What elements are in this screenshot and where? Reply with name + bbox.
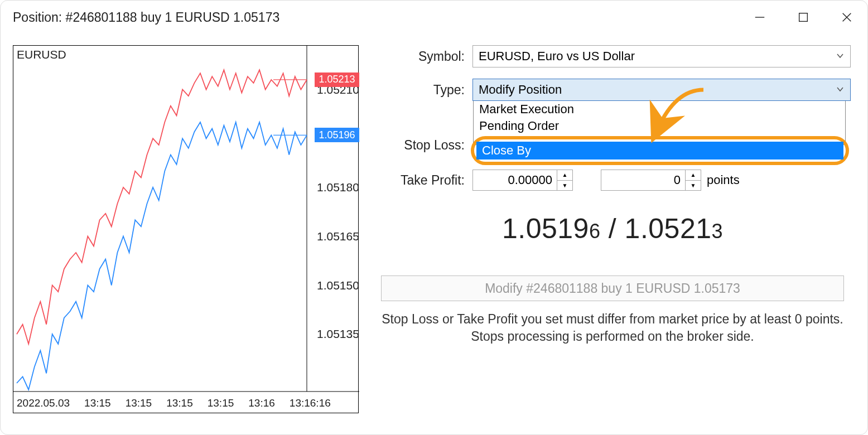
points-label: points <box>707 173 740 187</box>
y-tick-label: 1.05150 <box>317 279 359 292</box>
type-select[interactable]: Modify Position <box>472 79 851 101</box>
type-value: Modify Position <box>479 83 562 97</box>
close-button[interactable] <box>838 9 855 26</box>
window-controls <box>751 9 855 26</box>
tp-value: 0.00000 <box>508 173 552 187</box>
minimize-button[interactable] <box>751 9 768 26</box>
info-line-1: Stop Loss or Take Profit you set must di… <box>382 312 843 326</box>
symbol-value: EURUSD, Euro vs US Dollar <box>479 49 635 64</box>
maximize-icon <box>797 11 809 23</box>
stop-loss-row: Stop Loss: <box>374 138 472 153</box>
price-display: 1.05196 / 1.05213 <box>374 212 851 245</box>
price-chart: EURUSD 1.052101.051951.051801.051651.051… <box>13 45 359 413</box>
tp-spinners: ▲ ▼ <box>557 170 572 190</box>
tp-points-value: 0 <box>674 173 681 187</box>
tp-step-up[interactable]: ▲ <box>557 170 572 181</box>
take-profit-points-input[interactable]: 0 ▲ ▼ <box>601 170 701 191</box>
type-label: Type: <box>374 83 472 98</box>
stop-loss-label: Stop Loss: <box>374 138 472 153</box>
take-profit-input[interactable]: 0.00000 ▲ ▼ <box>472 170 573 191</box>
symbol-select[interactable]: EURUSD, Euro vs US Dollar <box>472 45 851 67</box>
x-tick-label: 2022.05.03 <box>17 397 70 409</box>
take-profit-row: Take Profit: 0.00000 ▲ ▼ 0 ▲ ▼ poin <box>374 170 851 191</box>
tp-step-down[interactable]: ▼ <box>557 181 572 191</box>
x-tick-label: 13:15 <box>126 397 152 409</box>
chart-canvas <box>13 46 359 414</box>
close-icon <box>841 11 853 23</box>
dropdown-option-market[interactable]: Market Execution <box>474 101 845 118</box>
tp-points-step-down[interactable]: ▼ <box>686 181 701 191</box>
bid-price-flag: 1.05196 <box>315 128 359 142</box>
tp-points-spinners: ▲ ▼ <box>685 170 701 190</box>
minimize-icon <box>754 11 766 23</box>
chevron-down-icon <box>836 49 845 64</box>
info-text: Stop Loss or Take Profit you set must di… <box>381 311 844 345</box>
order-form: Symbol: EURUSD, Euro vs US Dollar Type: … <box>374 45 851 112</box>
ask-price-flag: 1.05213 <box>315 72 359 87</box>
window-title: Position: #246801188 buy 1 EURUSD 1.0517… <box>13 10 751 25</box>
x-tick-label: 13:15 <box>166 397 193 409</box>
y-tick-label: 1.05135 <box>317 327 359 341</box>
tp-points-step-up[interactable]: ▲ <box>686 170 701 181</box>
x-tick-label: 13:16:16 <box>290 397 331 409</box>
type-row: Type: Modify Position <box>374 79 851 101</box>
price-separator: / <box>600 213 624 244</box>
position-window: Position: #246801188 buy 1 EURUSD 1.0517… <box>0 0 868 435</box>
dropdown-option-hidden[interactable] <box>474 134 845 144</box>
ask-main: 1.0521 <box>625 213 712 244</box>
dropdown-option-pending[interactable]: Pending Order <box>474 118 845 134</box>
x-axis-labels: 2022.05.0313:1513:1513:1513:1513:1613:16… <box>13 397 358 409</box>
bid-last-digit: 6 <box>589 220 601 243</box>
titlebar: Position: #246801188 buy 1 EURUSD 1.0517… <box>1 1 867 34</box>
content-area: EURUSD 1.052101.051951.051801.051651.051… <box>1 40 867 434</box>
maximize-button[interactable] <box>795 9 812 26</box>
bid-main: 1.0519 <box>502 213 589 244</box>
info-line-2: Stops processing is performed on the bro… <box>471 329 754 344</box>
ask-last-digit: 3 <box>712 220 724 243</box>
x-tick-label: 13:15 <box>208 397 234 409</box>
type-dropdown[interactable]: Market Execution Pending Order <box>473 101 846 145</box>
x-tick-label: 13:15 <box>84 397 111 409</box>
symbol-row: Symbol: EURUSD, Euro vs US Dollar <box>374 45 851 67</box>
chevron-down-icon <box>836 83 845 97</box>
svg-rect-1 <box>799 13 808 22</box>
y-tick-label: 1.05165 <box>317 230 359 243</box>
y-tick-label: 1.05180 <box>317 181 359 194</box>
take-profit-label: Take Profit: <box>374 173 472 188</box>
modify-button[interactable]: Modify #246801188 buy 1 EURUSD 1.05173 <box>381 276 844 301</box>
x-tick-label: 13:16 <box>248 397 275 409</box>
symbol-label: Symbol: <box>374 49 472 64</box>
